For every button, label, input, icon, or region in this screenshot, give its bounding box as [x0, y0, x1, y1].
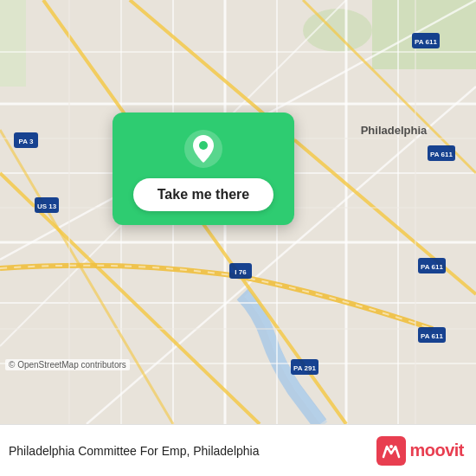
svg-point-43	[389, 445, 393, 448]
svg-text:PA 611: PA 611	[430, 151, 453, 158]
svg-text:PA 3: PA 3	[19, 138, 34, 145]
svg-rect-42	[376, 436, 406, 466]
svg-text:PA 611: PA 611	[421, 332, 443, 340]
pin-icon	[183, 128, 224, 170]
svg-text:PA 611: PA 611	[415, 38, 437, 46]
svg-point-2	[303, 9, 372, 52]
map-container: US 13 US 13 PA 3 PA 611 PA 611 PA 611 PA…	[0, 0, 476, 424]
svg-text:Philadelphia: Philadelphia	[361, 124, 428, 137]
map-attribution: © OpenStreetMap contributors	[5, 359, 130, 370]
moovit-logo: moovit	[376, 436, 464, 466]
location-name: Philadelphia Committee For Emp, Philadel…	[9, 444, 259, 458]
svg-point-41	[199, 141, 208, 150]
svg-text:PA 291: PA 291	[293, 364, 316, 372]
svg-text:PA 611: PA 611	[421, 263, 443, 271]
svg-rect-3	[0, 0, 26, 87]
take-me-there-button[interactable]: Take me there	[133, 178, 273, 211]
moovit-brand-icon	[376, 436, 406, 466]
moovit-brand-text: moovit	[409, 441, 464, 460]
location-card: Take me there	[113, 113, 294, 225]
svg-text:I 76: I 76	[235, 268, 247, 276]
svg-text:US 13: US 13	[37, 203, 57, 210]
bottom-bar: Philadelphia Committee For Emp, Philadel…	[0, 424, 476, 476]
